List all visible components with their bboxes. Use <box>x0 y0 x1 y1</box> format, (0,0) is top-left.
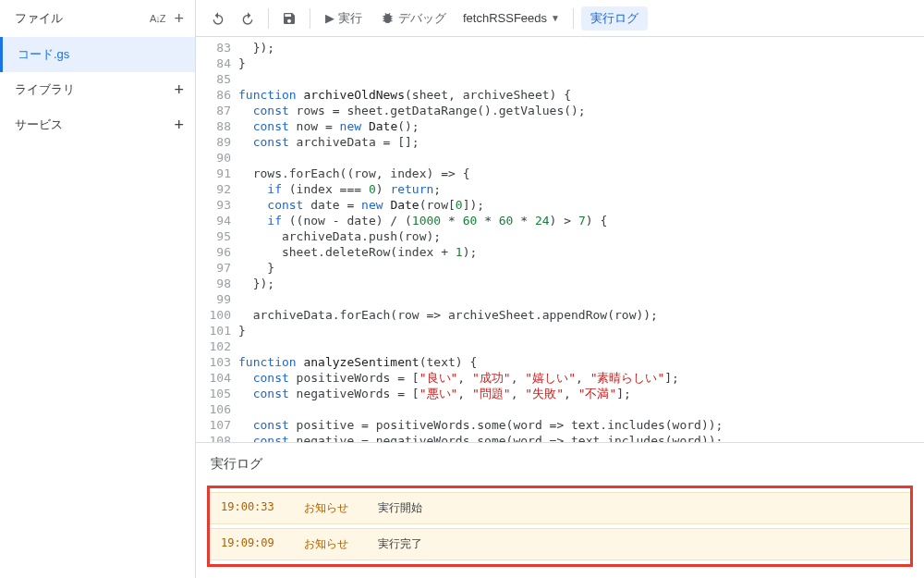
log-highlight-box: 19:00:33お知らせ実行開始19:09:09お知らせ実行完了 <box>207 486 913 567</box>
debug-button[interactable]: デバッグ <box>373 6 454 31</box>
log-row: 19:09:09お知らせ実行完了 <box>210 528 910 560</box>
add-file-icon[interactable]: + <box>174 10 184 27</box>
code-line[interactable]: const positive = positiveWords.some(word… <box>238 417 924 433</box>
code-line[interactable]: archiveData.push(row); <box>238 228 924 244</box>
code-line[interactable]: const positiveWords = ["良い", "成功", "嬉しい"… <box>238 370 924 386</box>
code-line[interactable]: } <box>238 260 924 276</box>
code-content[interactable]: });} function archiveOldNews(sheet, arch… <box>238 37 924 442</box>
redo-button[interactable] <box>235 6 261 31</box>
code-line[interactable]: function analyzeSentiment(text) { <box>238 354 924 370</box>
run-button[interactable]: ▶ 実行 <box>318 6 370 31</box>
code-line[interactable]: archiveData.forEach(row => archiveSheet.… <box>238 307 924 323</box>
execution-log-label: 実行ログ <box>590 11 638 25</box>
toolbar: ▶ 実行 デバッグ fetchRSSFeeds ▼ 実行ログ <box>196 0 924 37</box>
code-line[interactable]: const negativeWords = ["悪い", "問題", "失敗",… <box>238 386 924 401</box>
chevron-down-icon: ▼ <box>551 13 560 23</box>
code-line[interactable] <box>238 401 924 417</box>
log-area: 19:00:33お知らせ実行開始19:09:09お知らせ実行完了 <box>196 482 924 578</box>
code-line[interactable]: }); <box>238 276 924 291</box>
file-item-code-gs[interactable]: コード.gs <box>0 37 195 72</box>
code-line[interactable]: const now = new Date(); <box>238 118 924 134</box>
file-name-label: コード.gs <box>18 47 69 61</box>
code-editor[interactable]: 8384858687888990919293949596979899100101… <box>196 37 924 442</box>
files-header: ファイル A↓Z + <box>0 0 195 37</box>
sidebar: ファイル A↓Z + コード.gs ライブラリ + サービス + <box>0 0 196 578</box>
line-gutter: 8384858687888990919293949596979899100101… <box>196 37 238 442</box>
toolbar-divider <box>310 8 310 29</box>
code-line[interactable]: sheet.deleteRow(index + 1); <box>238 244 924 260</box>
sort-az-icon[interactable]: A↓Z <box>150 13 165 24</box>
save-button[interactable] <box>276 6 302 31</box>
code-line[interactable]: rows.forEach((row, index) => { <box>238 166 924 181</box>
redo-icon <box>240 11 255 26</box>
code-line[interactable]: if (index === 0) return; <box>238 181 924 197</box>
execution-log-button[interactable]: 実行ログ <box>581 6 648 31</box>
toolbar-divider <box>268 8 269 29</box>
services-label: サービス <box>15 117 63 133</box>
function-select[interactable]: fetchRSSFeeds ▼ <box>457 11 565 25</box>
function-selected-label: fetchRSSFeeds <box>463 11 547 25</box>
undo-button[interactable] <box>205 6 231 31</box>
log-time: 19:00:33 <box>221 500 274 516</box>
code-line[interactable] <box>238 338 924 354</box>
run-label: 実行 <box>338 10 362 27</box>
save-icon <box>282 11 297 26</box>
add-service-icon[interactable]: + <box>174 117 184 133</box>
main-area: ▶ 実行 デバッグ fetchRSSFeeds ▼ 実行ログ 838485868… <box>196 0 924 578</box>
log-row: 19:00:33お知らせ実行開始 <box>210 492 910 524</box>
code-line[interactable] <box>238 150 924 166</box>
debug-icon <box>381 11 395 25</box>
code-line[interactable]: if ((now - date) / (1000 * 60 * 60 * 24)… <box>238 213 924 228</box>
execution-log-panel: 実行ログ 19:00:33お知らせ実行開始19:09:09お知らせ実行完了 <box>196 442 924 578</box>
code-line[interactable]: }); <box>238 40 924 55</box>
log-level: お知らせ <box>304 500 348 516</box>
code-line[interactable] <box>238 291 924 307</box>
code-line[interactable]: const negative = negativeWords.some(word… <box>238 433 924 442</box>
debug-label: デバッグ <box>398 10 446 27</box>
services-section[interactable]: サービス + <box>0 107 195 142</box>
code-line[interactable]: } <box>238 55 924 71</box>
log-time: 19:09:09 <box>221 536 274 552</box>
log-message: 実行完了 <box>378 536 422 552</box>
log-level: お知らせ <box>304 536 348 552</box>
code-line[interactable]: const date = new Date(row[0]); <box>238 197 924 213</box>
code-line[interactable]: function archiveOldNews(sheet, archiveSh… <box>238 87 924 103</box>
code-line[interactable] <box>238 71 924 87</box>
files-label: ファイル <box>15 10 63 27</box>
code-line[interactable]: } <box>238 323 924 338</box>
log-title: 実行ログ <box>196 443 924 482</box>
libraries-label: ライブラリ <box>15 81 75 98</box>
code-line[interactable]: const archiveData = []; <box>238 134 924 150</box>
undo-icon <box>211 11 225 26</box>
log-message: 実行開始 <box>378 500 422 516</box>
libraries-section[interactable]: ライブラリ + <box>0 72 195 107</box>
toolbar-divider <box>573 8 574 29</box>
play-icon: ▶ <box>325 11 334 25</box>
add-library-icon[interactable]: + <box>174 81 184 98</box>
code-line[interactable]: const rows = sheet.getDataRange().getVal… <box>238 103 924 118</box>
